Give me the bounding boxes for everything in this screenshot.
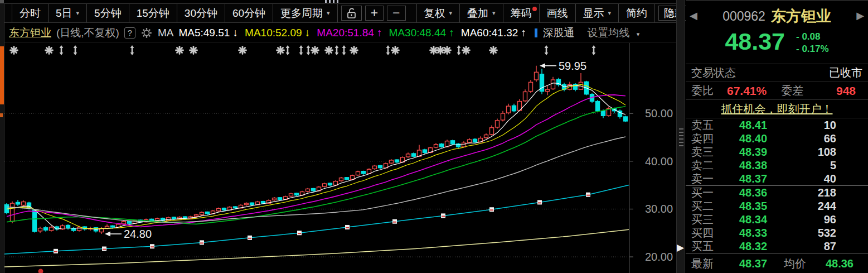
level-label: 卖二: [691, 158, 724, 173]
order-book-level[interactable]: 买二48.35244: [686, 199, 868, 213]
event-updown-icon[interactable]: [130, 45, 134, 55]
caret-down-icon: ▾: [492, 9, 496, 17]
event-updown-icon[interactable]: [307, 45, 311, 55]
event-updown-icon[interactable]: [457, 45, 461, 55]
event-star-icon[interactable]: [239, 47, 246, 54]
event-star-icon[interactable]: [392, 47, 399, 54]
period-button-5日[interactable]: 5日▾: [49, 4, 87, 22]
event-updown-icon[interactable]: [335, 45, 339, 55]
event-star-icon[interactable]: [46, 47, 53, 54]
order-book-level[interactable]: 卖三48.39108: [686, 145, 868, 159]
order-book-level[interactable]: 卖四48.4066: [686, 132, 868, 145]
tool-button-显示[interactable]: 显示▾: [576, 4, 619, 22]
event-star-icon[interactable]: [312, 47, 319, 54]
level-price: 48.41: [724, 119, 783, 132]
event-updown-icon[interactable]: [342, 45, 346, 55]
event-updown-icon[interactable]: [545, 45, 549, 55]
notification-dot: [532, 7, 537, 11]
quote-panel: ◀ ▶ 000962 东方钽业 48.37 - 0.08 - 0.17% 交易状…: [686, 0, 868, 273]
ma-settings-button[interactable]: 设置均线 ▾: [587, 26, 639, 40]
board-flag-icon: [535, 28, 537, 37]
order-book-level[interactable]: 买五48.3287: [686, 240, 868, 253]
trade-status-row: 交易状态 已收市: [686, 64, 868, 82]
zoom-out-button[interactable]: −: [387, 6, 405, 21]
order-book-level[interactable]: 卖一48.3740: [686, 172, 868, 185]
prev-stock-arrow[interactable]: ◀: [690, 9, 697, 22]
event-star-icon[interactable]: [463, 47, 470, 54]
tool-button-简约[interactable]: 简约: [619, 4, 655, 22]
event-updown-icon[interactable]: [286, 45, 290, 55]
next-stock-arrow[interactable]: ▶: [856, 9, 864, 22]
event-star-icon[interactable]: [351, 47, 358, 54]
order-book-level[interactable]: 买一48.36218: [686, 186, 868, 199]
quote-header: ◀ ▶ 000962 东方钽业 48.37 - 0.08 - 0.17%: [686, 1, 868, 64]
event-star-icon[interactable]: [490, 47, 497, 54]
gear-icon[interactable]: [140, 27, 153, 39]
event-star-icon[interactable]: [326, 47, 333, 54]
order-book-level[interactable]: 卖二48.385: [686, 159, 868, 172]
legend-stock-name[interactable]: 东方钽业: [9, 26, 51, 40]
period-button-30分钟[interactable]: 30分钟: [177, 4, 225, 22]
button-label: 叠加: [467, 6, 488, 21]
event-star-icon[interactable]: [444, 47, 451, 54]
left-gutter: [0, 3, 4, 43]
latest-value: 48.37: [724, 257, 783, 270]
level-volume: 5: [783, 159, 836, 172]
help-button[interactable]: ?: [124, 27, 135, 39]
tool-button-画线[interactable]: 画线: [540, 4, 576, 22]
splitter-grip[interactable]: [679, 128, 683, 146]
level-volume: 66: [783, 132, 836, 145]
open-account-link[interactable]: 抓住机会，即刻开户！: [721, 102, 833, 117]
event-star-icon[interactable]: [277, 47, 284, 54]
weicha-label: 委差: [781, 83, 803, 98]
pane-splitter[interactable]: ▶: [676, 0, 685, 273]
level-price: 48.35: [724, 200, 783, 213]
last-price: 48.37: [725, 30, 785, 54]
tool-button-叠加[interactable]: 叠加▾: [460, 4, 503, 22]
promo-row: 抓住机会，即刻开户！: [686, 100, 868, 118]
order-book-level[interactable]: 买三48.3496: [686, 213, 868, 226]
period-button-分时[interactable]: 分时: [12, 4, 49, 22]
status-label: 交易状态: [691, 65, 736, 80]
event-star-icon[interactable]: [190, 47, 197, 54]
level-label: 买三: [691, 212, 724, 227]
level-label: 买四: [691, 226, 724, 241]
candlestick-chart[interactable]: 50.0040.0030.0020.0059.9524.80: [0, 43, 676, 273]
button-label: 15分钟: [137, 6, 169, 21]
level-price: 48.36: [724, 186, 783, 199]
level-volume: 10: [783, 119, 836, 132]
ma-indicator-title[interactable]: MA: [158, 27, 174, 39]
event-updown-icon[interactable]: [60, 45, 64, 55]
board-tag[interactable]: 深股通: [535, 26, 574, 40]
period-button-60分钟[interactable]: 60分钟: [225, 4, 273, 22]
event-updown-icon[interactable]: [592, 45, 596, 55]
period-button-5分钟[interactable]: 5分钟: [87, 4, 129, 22]
collapse-panel-arrow[interactable]: ▶: [677, 242, 684, 253]
period-button-更多周期[interactable]: 更多周期▾: [273, 4, 338, 22]
level-volume: 87: [783, 240, 836, 253]
event-star-icon[interactable]: [176, 47, 183, 54]
tool-button-复权[interactable]: 复权▾: [416, 4, 460, 22]
button-label: 60分钟: [232, 6, 265, 21]
button-label: 更多周期: [280, 6, 323, 21]
level-label: 买二: [691, 199, 724, 214]
order-book-level[interactable]: 买四48.33532: [686, 226, 868, 240]
y-axis-label: 40.00: [645, 155, 673, 167]
chart-canvas[interactable]: 50.0040.0030.0020.0059.9524.80: [0, 43, 676, 273]
caret-down-icon: ▾: [327, 9, 330, 17]
order-book-level[interactable]: 卖五48.4110: [686, 118, 868, 132]
zoom-in-button[interactable]: +: [365, 6, 384, 21]
level-volume: 244: [783, 200, 836, 213]
button-label: 显示: [583, 6, 604, 21]
clipped-ui-fragment: [325, 0, 340, 3]
button-label: 画线: [547, 6, 568, 21]
event-updown-icon[interactable]: [386, 45, 390, 55]
caret-down-icon: ▾: [449, 9, 453, 17]
event-star-icon[interactable]: [11, 47, 18, 54]
event-updown-icon[interactable]: [74, 45, 77, 55]
tool-button-筹码[interactable]: 筹码: [503, 4, 540, 22]
period-button-15分钟[interactable]: 15分钟: [129, 4, 177, 22]
level-volume: 218: [783, 186, 836, 199]
event-updown-icon[interactable]: [299, 45, 303, 55]
lock-button[interactable]: [341, 6, 362, 21]
